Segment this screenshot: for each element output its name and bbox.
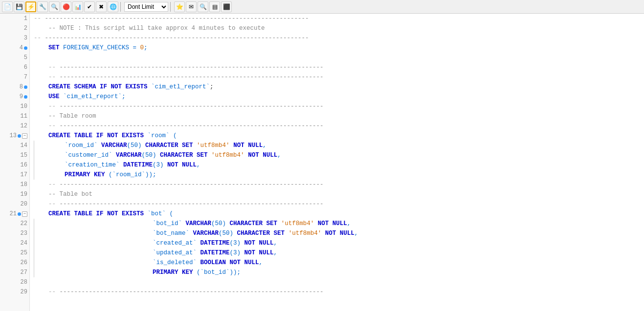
gutter-row: 18 bbox=[0, 180, 29, 189]
code-line: `created_at` DATETIME(3) NOT NULL, bbox=[34, 238, 640, 248]
code-token: NOT NULL bbox=[230, 258, 259, 268]
code-token: , bbox=[277, 150, 281, 160]
find-button[interactable]: 🔍 bbox=[49, 1, 60, 12]
line-gutter: 12345678910111213−1415161718192021−22232… bbox=[0, 14, 30, 311]
code-line: -- NOTE : This script will take approx 4… bbox=[34, 23, 640, 33]
approve-button[interactable]: ✔ bbox=[84, 1, 95, 12]
line-number: 12 bbox=[19, 123, 27, 129]
code-token bbox=[321, 228, 325, 238]
zoom-button[interactable]: 🔍 bbox=[198, 1, 208, 12]
code-token bbox=[34, 82, 48, 92]
code-line: -- -------------------------------------… bbox=[34, 180, 640, 189]
layout-button[interactable]: ▤ bbox=[209, 1, 220, 12]
gutter-row: 27 bbox=[0, 268, 29, 277]
code-token: PRIMARY KEY bbox=[65, 170, 105, 180]
info-button[interactable]: 🌐 bbox=[108, 1, 118, 12]
code-token: `is_deleted` bbox=[35, 258, 200, 268]
line-number: 18 bbox=[19, 181, 27, 188]
gutter-row: 29 bbox=[0, 287, 29, 297]
indent-bar bbox=[34, 248, 34, 258]
code-token: ----------------------------------------… bbox=[60, 121, 324, 131]
line-number: 4 bbox=[14, 44, 23, 51]
limit-select[interactable]: Dont Limit bbox=[124, 2, 168, 12]
tool1-button[interactable]: 🔧 bbox=[37, 1, 48, 12]
code-line: `bot_name` VARCHAR(50) CHARACTER SET 'ut… bbox=[34, 228, 640, 238]
code-token: ----------------------------------------… bbox=[60, 180, 324, 189]
code-token bbox=[277, 219, 281, 228]
code-token: -- Table bot bbox=[34, 189, 92, 199]
code-token: , bbox=[274, 238, 278, 248]
code-token: -- bbox=[34, 14, 45, 23]
code-token: `customer_id` bbox=[35, 150, 116, 160]
breakpoint-dot[interactable] bbox=[24, 95, 27, 99]
code-token: -- bbox=[34, 121, 60, 131]
gutter-row: 4 bbox=[0, 43, 29, 53]
gutter-row: 22 bbox=[0, 219, 29, 228]
export-button[interactable]: ⬛ bbox=[221, 1, 232, 12]
code-token: , bbox=[274, 248, 278, 258]
gutter-row: 2 bbox=[0, 23, 29, 33]
save-button[interactable]: 💾 bbox=[14, 1, 24, 12]
code-token: PRIMARY KEY bbox=[153, 268, 193, 277]
gutter-row: 14 bbox=[0, 141, 29, 150]
code-token: ----------------------------------------… bbox=[60, 287, 324, 297]
code-token: ----------------------------------------… bbox=[45, 14, 309, 23]
gutter-row: 5 bbox=[0, 53, 29, 62]
indent-bar bbox=[34, 141, 34, 150]
code-token bbox=[230, 141, 234, 150]
code-token bbox=[34, 43, 48, 53]
code-token: CREATE SCHEMA IF NOT EXISTS bbox=[48, 82, 151, 92]
code-token: (50) bbox=[127, 141, 146, 150]
code-token: ----------------------------------------… bbox=[60, 72, 324, 82]
code-line: `room_id` VARCHAR(50) CHARACTER SET 'utf… bbox=[34, 141, 640, 150]
gutter-row: 20 bbox=[0, 199, 29, 209]
chart-button[interactable]: 📊 bbox=[72, 1, 83, 12]
gutter-row: 10 bbox=[0, 102, 29, 111]
code-token: (3) bbox=[153, 160, 167, 170]
code-line: -- -------------------------------------… bbox=[34, 102, 640, 111]
code-token bbox=[226, 258, 230, 268]
code-token: ----------------------------------------… bbox=[45, 33, 309, 43]
code-line: -- -------------------------------------… bbox=[34, 199, 640, 209]
send-button[interactable]: ✉ bbox=[186, 1, 197, 12]
collapse-button[interactable]: − bbox=[22, 211, 27, 217]
code-token: `room_id` bbox=[35, 141, 101, 150]
code-token: (50) bbox=[211, 219, 230, 228]
code-line: -- -------------------------------------… bbox=[34, 121, 640, 131]
breakpoint-dot[interactable] bbox=[24, 46, 27, 50]
gutter-row: 23 bbox=[0, 228, 29, 238]
collapse-button[interactable]: − bbox=[22, 133, 27, 139]
line-number: 11 bbox=[19, 113, 27, 120]
stop-button[interactable]: 🔴 bbox=[61, 1, 71, 12]
breakpoint-dot[interactable] bbox=[24, 85, 27, 89]
breakpoint-dot[interactable] bbox=[18, 134, 21, 138]
code-token: USE bbox=[48, 92, 60, 102]
cancel-button[interactable]: ✖ bbox=[96, 1, 107, 12]
line-number: 7 bbox=[19, 74, 27, 81]
line-number: 29 bbox=[19, 289, 27, 295]
gutter-row: 11 bbox=[0, 111, 29, 121]
line-number: 21 bbox=[8, 210, 17, 217]
editor: 12345678910111213−1415161718192021−22232… bbox=[0, 14, 644, 311]
gutter-row: 24 bbox=[0, 238, 29, 248]
code-token: `created_at` bbox=[35, 238, 200, 248]
code-token: CHARACTER SET bbox=[145, 141, 193, 150]
code-area[interactable]: -- -------------------------------------… bbox=[30, 14, 644, 311]
code-token bbox=[35, 268, 153, 277]
gutter-row: 6 bbox=[0, 62, 29, 72]
toolbar-separator bbox=[120, 2, 122, 12]
code-token: NOT NULL bbox=[318, 219, 347, 228]
code-token: NOT NULL bbox=[244, 248, 274, 258]
gutter-row: 9 bbox=[0, 92, 29, 102]
code-token: NOT NULL bbox=[248, 150, 277, 160]
indent-bar bbox=[34, 228, 34, 238]
star-button[interactable]: ⭐ bbox=[174, 1, 185, 12]
breakpoint-dot[interactable] bbox=[18, 212, 21, 216]
new-button[interactable]: 📄 bbox=[2, 1, 13, 12]
code-token bbox=[314, 219, 318, 228]
run-button[interactable]: ⚡ bbox=[25, 1, 36, 12]
code-line: CREATE TABLE IF NOT EXISTS `bot` ( bbox=[34, 209, 640, 219]
code-token: 'utf8mb4' bbox=[197, 141, 230, 150]
line-number: 27 bbox=[19, 269, 27, 276]
gutter-row: 1 bbox=[0, 14, 29, 23]
